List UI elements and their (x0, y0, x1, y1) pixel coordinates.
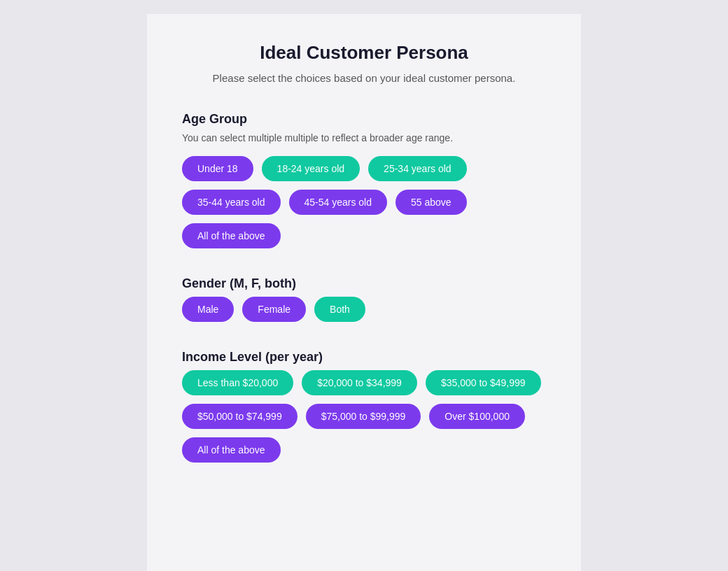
page-container: Ideal Customer Persona Please select the… (147, 14, 581, 571)
section-income-level: Income Level (per year)Less than $20,000… (182, 350, 546, 463)
chips-container-age-group: Under 1818-24 years old25-34 years old35… (182, 156, 546, 248)
chip-male[interactable]: Male (182, 297, 234, 322)
section-description-age-group: You can select multiple multiple to refl… (182, 132, 546, 143)
chip-age-all[interactable]: All of the above (182, 223, 281, 248)
chips-container-gender: MaleFemaleBoth (182, 297, 546, 322)
chip-25-34[interactable]: 25-34 years old (368, 156, 467, 181)
section-title-gender: Gender (M, F, both) (182, 276, 546, 291)
sections-container: Age GroupYou can select multiple multipl… (182, 112, 546, 463)
page-title: Ideal Customer Persona (182, 42, 546, 64)
section-title-income-level: Income Level (per year) (182, 350, 546, 365)
chip-35k-49k[interactable]: $35,000 to $49,999 (426, 370, 541, 395)
chip-45-54[interactable]: 45-54 years old (289, 190, 388, 215)
section-age-group: Age GroupYou can select multiple multipl… (182, 112, 546, 248)
page-subtitle: Please select the choices based on your … (182, 72, 546, 84)
chip-both[interactable]: Both (314, 297, 365, 322)
chip-over-100k[interactable]: Over $100,000 (429, 404, 525, 429)
chip-55-above[interactable]: 55 above (396, 190, 467, 215)
chip-20k-34k[interactable]: $20,000 to $34,999 (302, 370, 417, 395)
chip-18-24[interactable]: 18-24 years old (262, 156, 360, 181)
chip-lt-20k[interactable]: Less than $20,000 (182, 370, 293, 395)
chip-35-44[interactable]: 35-44 years old (182, 190, 281, 215)
chip-75k-99k[interactable]: $75,000 to $99,999 (306, 404, 421, 429)
chip-50k-74k[interactable]: $50,000 to $74,999 (182, 404, 298, 429)
chips-container-income-level: Less than $20,000$20,000 to $34,999$35,0… (182, 370, 546, 463)
chip-income-all[interactable]: All of the above (182, 437, 281, 463)
section-title-age-group: Age Group (182, 112, 546, 127)
chip-female[interactable]: Female (242, 297, 306, 322)
section-gender: Gender (M, F, both)MaleFemaleBoth (182, 276, 546, 322)
chip-under-18[interactable]: Under 18 (182, 156, 253, 181)
